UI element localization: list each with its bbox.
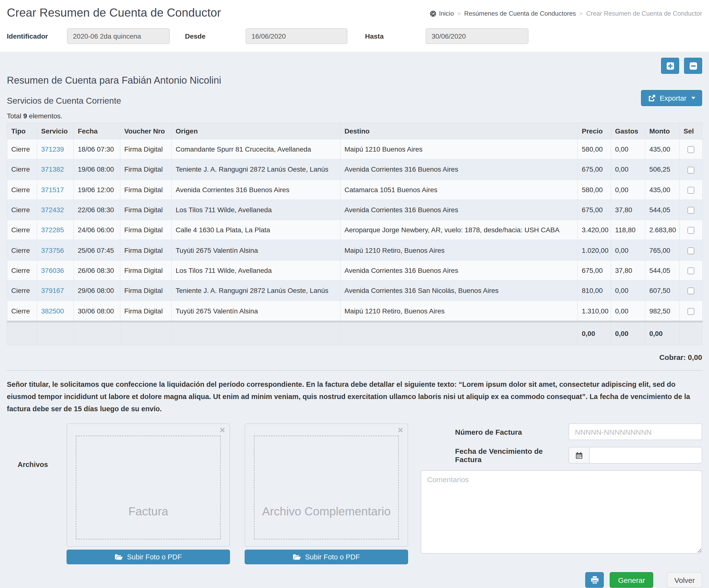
cell-sel bbox=[679, 179, 702, 200]
cell-destino: Avenida Corrientes 316 Buenos Aires bbox=[340, 160, 578, 180]
service-link[interactable]: 379167 bbox=[41, 286, 64, 295]
row-select-checkbox[interactable] bbox=[687, 308, 694, 315]
close-icon[interactable]: × bbox=[398, 424, 403, 437]
row-select-checkbox[interactable] bbox=[687, 146, 694, 153]
collapse-button[interactable] bbox=[684, 58, 702, 74]
cell-fecha: 19/06 08:00 bbox=[74, 160, 120, 180]
summary-heading: Resumen de Cuenta para Fabián Antonio Ni… bbox=[7, 75, 702, 86]
vencimiento-input-group bbox=[569, 447, 702, 464]
title-row: Crear Resumen de Cuenta de Conductor bbox=[7, 6, 702, 20]
cell-tipo: Cierre bbox=[7, 260, 37, 281]
cell-destino: Maipú 1210 Retiro, Buenos Aires bbox=[340, 240, 578, 260]
service-link[interactable]: 372432 bbox=[41, 206, 64, 214]
cell-gastos: 0,00 bbox=[611, 139, 645, 160]
service-link[interactable]: 382500 bbox=[41, 307, 64, 315]
close-icon[interactable]: × bbox=[220, 424, 225, 437]
vencimiento-row: Fecha de Vencimiento de Factura bbox=[421, 447, 702, 464]
caret-down-icon bbox=[691, 97, 695, 99]
cell-origen: Comandante Spurr 81 Crucecita, Avellaned… bbox=[172, 139, 340, 160]
services-table: Tipo Servicio Fecha Voucher Nro Origen D… bbox=[7, 123, 703, 345]
footer-empty bbox=[340, 321, 578, 345]
complementario-dropzone[interactable]: × Archivo Complementario bbox=[245, 424, 408, 547]
cell-precio: 675,00 bbox=[578, 160, 611, 180]
numero-factura-label: Número de Factura bbox=[455, 428, 569, 436]
breadcrumb-resumenes[interactable]: Resúmenes de Cuenta de Conductores bbox=[464, 10, 576, 17]
cell-precio: 675,00 bbox=[578, 260, 611, 281]
row-select-checkbox[interactable] bbox=[687, 227, 694, 234]
print-button[interactable] bbox=[585, 572, 604, 588]
cell-sel bbox=[679, 200, 702, 220]
hasta-input bbox=[426, 28, 528, 44]
cell-voucher: Firma Digital bbox=[120, 260, 172, 281]
cell-voucher: Firma Digital bbox=[120, 301, 172, 321]
cell-fecha: 22/06 08:30 bbox=[74, 200, 120, 220]
cell-servicio: 376036 bbox=[37, 260, 74, 281]
breadcrumb-home[interactable]: Inicio bbox=[429, 10, 454, 17]
cell-precio: 580,00 bbox=[578, 139, 611, 160]
row-select-checkbox[interactable] bbox=[687, 268, 694, 274]
service-link[interactable]: 372285 bbox=[41, 226, 64, 234]
cell-sel bbox=[679, 280, 702, 301]
cell-destino: Avenida Corrientes 316 Buenos Aires bbox=[340, 260, 578, 281]
invoice-notice: Señor titular, le solicitamos que confec… bbox=[7, 378, 702, 415]
cell-tipo: Cierre bbox=[7, 240, 37, 260]
row-select-checkbox[interactable] bbox=[687, 288, 694, 295]
desde-input bbox=[246, 28, 347, 44]
cell-precio: 1.020,00 bbox=[578, 240, 611, 260]
cell-tipo: Cierre bbox=[7, 139, 37, 160]
generar-button[interactable]: Generar bbox=[610, 572, 654, 588]
calendar-button[interactable] bbox=[569, 447, 589, 464]
panel-controls bbox=[7, 58, 702, 74]
service-link[interactable]: 371239 bbox=[41, 145, 64, 153]
cell-precio: 675,00 bbox=[578, 200, 611, 220]
cell-fecha: 29/06 08:00 bbox=[74, 280, 120, 301]
cell-destino: Catamarca 1051 Buenos Aires bbox=[340, 179, 578, 200]
numero-factura-input[interactable] bbox=[569, 424, 702, 440]
cell-voucher: Firma Digital bbox=[120, 200, 172, 220]
col-origen: Origen bbox=[172, 123, 340, 139]
service-link[interactable]: 371382 bbox=[41, 166, 64, 173]
footer-empty bbox=[120, 321, 172, 345]
cell-precio: 1.310,00 bbox=[578, 301, 611, 321]
cell-precio: 580,00 bbox=[578, 179, 611, 200]
footer-empty bbox=[37, 321, 74, 345]
cell-monto: 544,05 bbox=[645, 200, 679, 220]
cell-gastos: 0,00 bbox=[611, 240, 645, 260]
service-link[interactable]: 371517 bbox=[41, 186, 64, 193]
service-link[interactable]: 376036 bbox=[41, 267, 64, 274]
cobrar-value: 0,00 bbox=[688, 353, 702, 361]
expand-button[interactable] bbox=[661, 58, 679, 74]
service-link[interactable]: 373756 bbox=[41, 246, 64, 254]
factura-upload-button[interactable]: Subir Foto o PDF bbox=[67, 550, 230, 564]
divider bbox=[7, 370, 702, 370]
complementario-upload-button[interactable]: Subir Foto o PDF bbox=[245, 550, 408, 564]
cell-tipo: Cierre bbox=[7, 301, 37, 321]
export-button[interactable]: Exportar bbox=[641, 90, 702, 106]
breadcrumb-separator: > bbox=[579, 10, 583, 17]
row-select-checkbox[interactable] bbox=[687, 167, 694, 173]
volver-button[interactable]: Volver bbox=[667, 572, 702, 588]
complementario-upload: × Archivo Complementario Subir Foto o PD… bbox=[245, 424, 408, 564]
row-select-checkbox[interactable] bbox=[687, 207, 694, 214]
factura-dropzone[interactable]: × Factura bbox=[67, 424, 230, 547]
cell-origen: Teniente J. A. Rangugni 2872 Lanús Oeste… bbox=[172, 160, 340, 180]
export-icon bbox=[648, 94, 656, 102]
cell-gastos: 37,80 bbox=[611, 260, 645, 281]
row-select-checkbox[interactable] bbox=[687, 247, 694, 254]
table-row: Cierre37916729/06 08:00Firma DigitalTeni… bbox=[7, 280, 702, 301]
cell-gastos: 0,00 bbox=[611, 280, 645, 301]
table-body: Cierre37123918/06 07:30Firma DigitalComa… bbox=[7, 139, 702, 321]
cell-monto: 544,05 bbox=[645, 260, 679, 281]
vencimiento-input[interactable] bbox=[589, 447, 702, 464]
cell-tipo: Cierre bbox=[7, 280, 37, 301]
cell-destino: Maipú 1210 Buenos Aires bbox=[340, 139, 578, 160]
folder-open-icon bbox=[115, 554, 123, 561]
cell-destino: Maipú 1210 Retiro, Buenos Aires bbox=[340, 301, 578, 321]
comentarios-textarea[interactable] bbox=[421, 471, 702, 554]
table-row: Cierre37123918/06 07:30Firma DigitalComa… bbox=[7, 139, 702, 160]
cell-origen: Los Tilos 711 Wilde, Avellaneda bbox=[172, 260, 340, 281]
row-select-checkbox[interactable] bbox=[687, 187, 694, 194]
hasta-label: Hasta bbox=[347, 32, 426, 40]
cell-gastos: 0,00 bbox=[611, 179, 645, 200]
minus-square-icon bbox=[689, 62, 697, 70]
